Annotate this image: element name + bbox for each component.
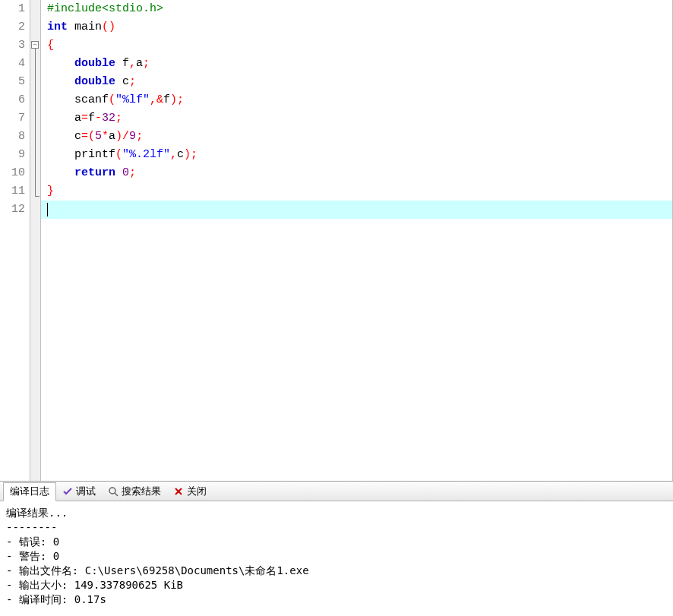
line-number: 1 <box>0 0 25 18</box>
tab-label: 编译日志 <box>10 485 49 498</box>
line-number: 12 <box>0 201 25 219</box>
compile-output[interactable]: 编译结果... -------- - 错误: 0 - 警告: 0 - 输出文件名… <box>0 501 673 614</box>
svg-line-1 <box>115 493 118 496</box>
code-line: } <box>47 182 672 201</box>
bottom-panel: 编译日志 调试 搜索结果 关闭 编译结果... -------- - 错误: 0… <box>0 481 673 614</box>
output-size: - 输出大小: 149.337890625 KiB <box>6 578 667 592</box>
code-text-area[interactable]: #include<stdio.h> int main() { double f,… <box>41 0 672 481</box>
tab-label: 调试 <box>76 485 96 498</box>
code-line: double f,a; <box>47 55 672 73</box>
line-number: 5 <box>0 73 25 91</box>
line-number: 8 <box>0 128 25 146</box>
line-number: 9 <box>0 146 25 164</box>
fold-toggle-icon[interactable]: − <box>31 41 39 49</box>
code-line: c=(5*a)/9; <box>47 128 672 146</box>
line-number: 6 <box>0 91 25 109</box>
fold-guide-end <box>35 196 39 197</box>
line-number: 2 <box>0 18 25 36</box>
output-separator: -------- <box>6 520 667 535</box>
tab-label: 搜索结果 <box>122 485 161 498</box>
line-number-gutter: 1 2 3 4 5 6 7 8 9 10 11 12 <box>0 0 30 481</box>
line-number: 4 <box>0 55 25 73</box>
fold-gutter: − <box>30 0 41 481</box>
svg-point-0 <box>109 488 115 494</box>
code-line: int main() <box>47 18 672 36</box>
line-number: 10 <box>0 164 25 182</box>
line-number: 7 <box>0 109 25 128</box>
search-icon <box>108 486 118 497</box>
line-number: 11 <box>0 182 25 201</box>
code-line: scanf("%lf",&f); <box>47 91 672 109</box>
text-cursor <box>47 203 48 216</box>
fold-guide <box>35 49 36 196</box>
output-warnings: - 警告: 0 <box>6 549 667 564</box>
code-editor[interactable]: 1 2 3 4 5 6 7 8 9 10 11 12 − #include<st… <box>0 0 673 481</box>
tab-debug[interactable]: 调试 <box>56 482 102 501</box>
output-title: 编译结果... <box>6 506 667 520</box>
code-line: #include<stdio.h> <box>47 0 672 18</box>
line-number: 3 <box>0 36 25 55</box>
code-line: printf("%.2lf",c); <box>47 146 672 164</box>
tab-label: 关闭 <box>187 485 207 498</box>
tab-search-results[interactable]: 搜索结果 <box>102 482 167 501</box>
output-errors: - 错误: 0 <box>6 535 667 549</box>
code-line: double c; <box>47 73 672 91</box>
bottom-tab-bar: 编译日志 调试 搜索结果 关闭 <box>0 482 673 501</box>
output-filename: - 输出文件名: C:\Users\69258\Documents\未命名1.e… <box>6 564 667 578</box>
code-line: return 0; <box>47 164 672 182</box>
code-line: { <box>47 36 672 55</box>
output-time: - 编译时间: 0.17s <box>6 592 667 607</box>
check-icon <box>62 486 73 497</box>
tab-close[interactable]: 关闭 <box>167 482 213 501</box>
tab-compile-log[interactable]: 编译日志 <box>3 482 56 501</box>
code-line: a=f-32; <box>47 109 672 128</box>
current-line-highlight <box>41 201 672 219</box>
close-icon <box>173 486 184 497</box>
